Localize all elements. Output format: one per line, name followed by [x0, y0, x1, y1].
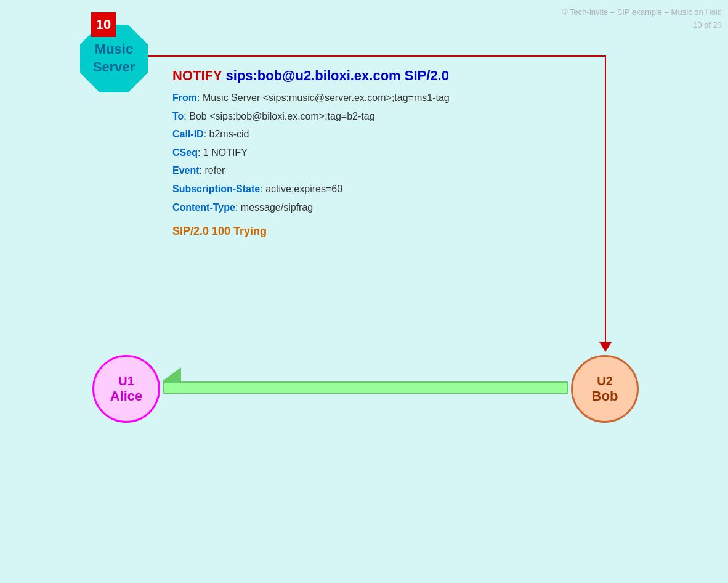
- green-arrow: [163, 380, 568, 395]
- notify-method: NOTIFY: [172, 68, 222, 83]
- bob-label: Bob: [592, 388, 618, 404]
- watermark-line1: © Tech-invite – SIP example – Music on H…: [562, 6, 722, 19]
- alice-label: Alice: [110, 388, 143, 404]
- event-line: Event: refer: [172, 163, 703, 179]
- substate-line: Subscription-State: active;expires=60: [172, 181, 703, 197]
- music-server-node: 10 Music Server: [80, 12, 148, 92]
- green-arrow-body: [163, 381, 568, 394]
- cseq-value: : 1 NOTIFY: [198, 147, 248, 158]
- green-arrow-line: [163, 381, 568, 394]
- arrow-down-icon: [599, 342, 612, 352]
- notify-uri: sips:bob@u2.biloxi.ex.com SIP/2.0: [225, 68, 449, 83]
- u2-bob-node: U2 Bob: [571, 355, 639, 423]
- u2-label: U2: [597, 374, 613, 388]
- music-server-label: Music Server: [93, 41, 135, 76]
- callid-label: Call-ID: [172, 129, 204, 139]
- to-label: To: [172, 111, 184, 121]
- badge-number: 10: [91, 12, 116, 37]
- cseq-label: CSeq: [172, 147, 198, 158]
- to-value: : Bob <sips:bob@biloxi.ex.com>;tag=b2-ta…: [184, 111, 374, 121]
- cseq-line: CSeq: 1 NOTIFY: [172, 145, 703, 161]
- body-line: SIP/2.0 100 Trying: [172, 225, 703, 238]
- from-value: : Music Server <sips:music@server.ex.com…: [197, 92, 450, 103]
- from-line: From: Music Server <sips:music@server.ex…: [172, 90, 703, 106]
- watermark: © Tech-invite – SIP example – Music on H…: [562, 6, 722, 32]
- watermark-line2: 10 of 23: [562, 19, 722, 32]
- contenttype-value: : message/sipfrag: [235, 202, 313, 213]
- event-value: : refer: [200, 165, 225, 176]
- to-line: To: Bob <sips:bob@biloxi.ex.com>;tag=b2-…: [172, 108, 703, 124]
- callid-line: Call-ID: b2ms-cid: [172, 126, 703, 142]
- callid-value: : b2ms-cid: [204, 129, 249, 139]
- sip-message-panel: NOTIFY sips:bob@u2.biloxi.ex.com SIP/2.0…: [172, 68, 703, 238]
- substate-label: Subscription-State: [172, 184, 260, 194]
- red-line-top: [148, 55, 606, 57]
- contenttype-label: Content-Type: [172, 202, 235, 213]
- from-label: From: [172, 92, 197, 103]
- u1-label: U1: [118, 374, 134, 388]
- substate-value: : active;expires=60: [260, 184, 342, 194]
- notify-line: NOTIFY sips:bob@u2.biloxi.ex.com SIP/2.0: [172, 68, 703, 84]
- event-label: Event: [172, 165, 200, 176]
- contenttype-line: Content-Type: message/sipfrag: [172, 200, 703, 216]
- u1-alice-node: U1 Alice: [92, 355, 160, 423]
